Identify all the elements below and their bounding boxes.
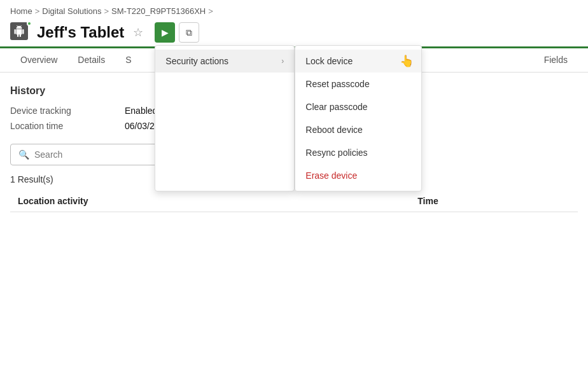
reset-passcode-label: Reset passcode	[305, 79, 369, 89]
tab-overview[interactable]: Overview	[10, 48, 67, 73]
reboot-device-item[interactable]: Reboot device	[295, 118, 421, 141]
breadcrumb-sep-3: >	[208, 6, 213, 16]
action-buttons: ▶ ⧉ Security actions › Lock device 👆 Res…	[155, 22, 199, 43]
clear-passcode-item[interactable]: Clear passcode	[295, 95, 421, 118]
dropdown-container: Security actions › Lock device 👆 Reset p…	[155, 45, 422, 191]
breadcrumb-digital-solutions[interactable]: Digital Solutions	[42, 6, 101, 16]
breadcrumb-home[interactable]: Home	[10, 6, 32, 16]
security-actions-dropdown: Security actions ›	[155, 45, 295, 191]
breadcrumb-sep-1: >	[35, 6, 40, 16]
security-actions-item[interactable]: Security actions ›	[155, 50, 294, 73]
search-icon: 🔍	[18, 149, 29, 160]
erase-device-label: Erase device	[305, 170, 357, 181]
reboot-device-label: Reboot device	[305, 125, 363, 135]
tab-s[interactable]: S	[115, 48, 141, 73]
location-time-label: Location time	[10, 121, 112, 131]
col-time: Time	[410, 191, 578, 212]
resync-policies-item[interactable]: Resync policies	[295, 141, 421, 164]
lock-device-label: Lock device	[305, 56, 353, 66]
page-header: Jeff's Tablet ☆ ▶ ⧉ Security actions › L…	[0, 20, 588, 48]
page-title: Jeff's Tablet	[37, 24, 124, 41]
reset-passcode-item[interactable]: Reset passcode	[295, 73, 421, 95]
security-actions-label: Security actions	[165, 56, 228, 66]
tab-details[interactable]: Details	[67, 48, 115, 73]
favorite-icon[interactable]: ☆	[133, 25, 143, 39]
tab-fields[interactable]: Fields	[534, 48, 578, 73]
results-table: Location activity Time	[10, 191, 578, 212]
clone-button[interactable]: ⧉	[179, 22, 199, 43]
security-submenu: Lock device 👆 Reset passcode Clear passc…	[295, 45, 422, 191]
android-icon	[13, 25, 25, 37]
erase-device-item[interactable]: Erase device	[295, 164, 421, 187]
clear-passcode-label: Clear passcode	[305, 102, 367, 112]
resync-policies-label: Resync policies	[305, 148, 367, 158]
breadcrumb: Home > Digital Solutions > SM-T220_R9PT5…	[0, 0, 588, 20]
play-button[interactable]: ▶	[155, 22, 175, 43]
device-tracking-label: Device tracking	[10, 106, 112, 116]
breadcrumb-device-id[interactable]: SM-T220_R9PT51366XH	[111, 6, 206, 16]
lock-device-item[interactable]: Lock device 👆	[295, 50, 421, 73]
status-dot	[27, 21, 32, 26]
cursor-icon: 👆	[400, 54, 414, 68]
device-icon	[10, 22, 31, 43]
submenu-arrow: ›	[281, 57, 284, 66]
col-location-activity: Location activity	[10, 191, 410, 212]
breadcrumb-sep-2: >	[104, 6, 109, 16]
table-header-row: Location activity Time	[10, 191, 578, 212]
